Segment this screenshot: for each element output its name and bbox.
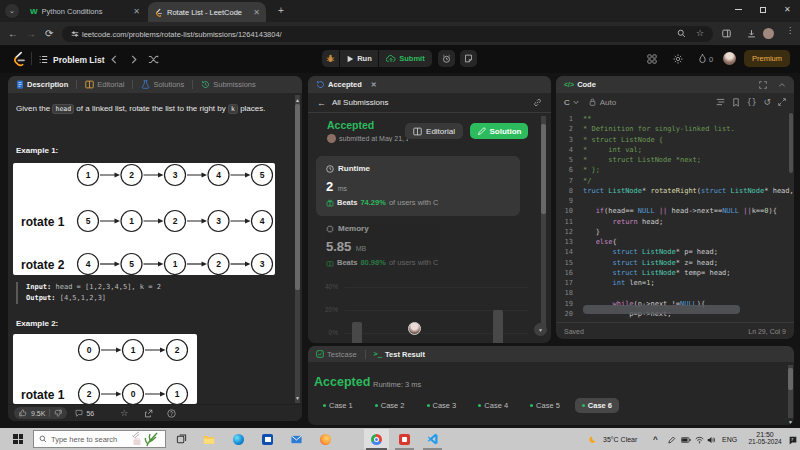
cursor-position[interactable]: Ln 29, Col 9	[748, 328, 786, 335]
favorite-star-icon[interactable]: ☆	[120, 408, 128, 418]
wifi-icon[interactable]	[695, 436, 704, 444]
next-problem-icon[interactable]	[130, 55, 138, 64]
taskbar-search-box[interactable]: Type here to search	[33, 430, 166, 448]
weather-text[interactable]: 35°C Clear	[603, 436, 637, 443]
thumbs-up-icon[interactable]	[19, 409, 27, 417]
code-line[interactable]: 15 struct ListNode* z= head;	[556, 258, 794, 268]
submit-button[interactable]: Submit	[379, 50, 432, 67]
scroll-down-arrow[interactable]: ▼	[295, 395, 300, 401]
browser-tab-inactive[interactable]: W Python Conditions ✕	[24, 0, 146, 22]
store-icon[interactable]	[262, 434, 273, 445]
browser-menu-icon[interactable]: ⋮	[786, 26, 794, 35]
code-line[interactable]: 14 struct ListNode* p= head;	[556, 247, 794, 257]
tab-search-button[interactable]: ⌄	[5, 4, 19, 18]
browser-tab-active[interactable]: Rotate List - LeetCode ✕	[148, 2, 266, 22]
collapse-chevron-icon[interactable]	[778, 81, 786, 89]
window-close-button[interactable]: ✕	[784, 5, 791, 14]
back-arrow-icon[interactable]: ←	[317, 98, 326, 108]
code-line[interactable]: 11 return head;	[556, 217, 794, 227]
debug-button[interactable]	[322, 50, 339, 67]
code-line[interactable]: 3* struct ListNode {	[556, 135, 794, 145]
editorial-button[interactable]: Editorial	[405, 123, 463, 139]
edge-icon[interactable]	[233, 434, 244, 445]
problem-list-label[interactable]: Problem List	[53, 55, 104, 65]
code-line[interactable]: 8truct ListNode* rotateRight(struct List…	[556, 186, 794, 196]
forward-icon[interactable]: →	[26, 28, 36, 39]
middle-scrollbar-thumb[interactable]	[541, 124, 546, 214]
scroll-to-bottom-button[interactable]: ▼	[534, 323, 547, 336]
code-line[interactable]: 5* struct ListNode *next;	[556, 155, 794, 165]
solution-button[interactable]: Solution	[470, 123, 528, 139]
volume-icon[interactable]	[707, 436, 716, 444]
tab-test-result[interactable]: >_ Test Result	[374, 350, 425, 359]
code-line[interactable]: 12 }	[556, 227, 794, 237]
code-line[interactable]: 6* };	[556, 165, 794, 175]
chrome-icon[interactable]	[371, 434, 382, 445]
browser-profile-avatar[interactable]	[763, 28, 774, 39]
notes-button[interactable]	[460, 50, 477, 67]
expand-icon[interactable]	[778, 98, 786, 106]
mail-icon[interactable]	[291, 434, 302, 445]
code-scrollbar-thumb[interactable]	[789, 113, 793, 173]
fullscreen-icon[interactable]	[759, 81, 767, 89]
share-link-icon[interactable]	[533, 98, 542, 107]
code-line[interactable]: 16 struct ListNode* temp= head;	[556, 268, 794, 278]
clock[interactable]: 21:50 21-05-2024	[744, 431, 786, 445]
case-chip[interactable]: Case 2	[368, 398, 412, 413]
site-settings-icon[interactable]	[71, 30, 79, 38]
undo-icon[interactable]: ↺	[763, 97, 771, 107]
case-chip[interactable]: Case 6	[575, 398, 619, 413]
code-editor[interactable]: 1**2* Definition for singly-linked list.…	[556, 114, 794, 319]
code-line[interactable]: 17 int len=1;	[556, 278, 794, 288]
battery-icon[interactable]	[681, 436, 691, 444]
tab-close-icon[interactable]: ✕	[371, 81, 377, 89]
window-minimize-button[interactable]	[735, 9, 742, 10]
tab-code[interactable]: </> Code	[564, 80, 596, 89]
share-icon[interactable]	[144, 409, 153, 418]
tab-accepted[interactable]: Accepted ✕	[316, 80, 377, 89]
test-scroll-down-arrow[interactable]: ▼	[788, 419, 793, 425]
bookmark-icon[interactable]	[732, 98, 740, 107]
language-indicator[interactable]: ENG	[722, 436, 737, 443]
reload-icon[interactable]: ⟳	[45, 28, 53, 39]
case-chip[interactable]: Case 4	[471, 398, 515, 413]
firefox-icon[interactable]	[320, 434, 331, 445]
notification-icon[interactable]: 7	[788, 435, 798, 445]
case-chip[interactable]: Case 5	[523, 398, 567, 413]
address-bar[interactable]: leetcode.com/problems/rotate-list/submis…	[62, 26, 713, 42]
user-avatar[interactable]	[723, 52, 736, 65]
code-line[interactable]: 1**	[556, 114, 794, 124]
horizontal-scrollbar-thumb[interactable]	[583, 305, 740, 314]
recorder-icon[interactable]	[399, 434, 410, 445]
run-button[interactable]: Run	[340, 50, 378, 67]
start-button[interactable]	[13, 434, 23, 444]
timer-button[interactable]	[438, 50, 455, 67]
side-panel-icon[interactable]	[722, 29, 731, 38]
memory-section[interactable]: Memory 5.85 MB Beats 80.98% of users wit…	[316, 224, 520, 267]
tab-submissions[interactable]: Submissions	[201, 80, 256, 89]
test-scrollbar-thumb[interactable]	[788, 368, 793, 390]
code-line[interactable]: 9	[556, 196, 794, 206]
prev-problem-icon[interactable]	[110, 55, 118, 64]
tab-description[interactable]: Description	[16, 80, 68, 89]
bookmark-star-icon[interactable]: ☆	[696, 28, 704, 38]
task-view-icon[interactable]	[176, 434, 187, 445]
tab-testcase[interactable]: Testcase	[316, 350, 357, 359]
streak-flame-icon[interactable]	[698, 53, 707, 64]
all-submissions-label[interactable]: All Submissions	[332, 98, 533, 107]
code-line[interactable]: 10 if(head== NULL || head->next==NULL ||…	[556, 206, 794, 216]
auto-label[interactable]: Auto	[600, 98, 616, 107]
back-icon[interactable]: ←	[8, 28, 18, 39]
file-explorer-icon[interactable]	[203, 434, 215, 445]
braces-icon[interactable]: {}	[747, 98, 757, 107]
code-line[interactable]: 4* int val;	[556, 145, 794, 155]
download-icon[interactable]	[747, 29, 756, 38]
case-chip[interactable]: Case 3	[420, 398, 464, 413]
runtime-card[interactable]: Runtime 2 ms Beats 74.29% of users with …	[316, 156, 520, 216]
search-lens-icon[interactable]	[677, 29, 686, 38]
tray-expand-icon[interactable]: ^	[653, 435, 658, 444]
code-line[interactable]: 13 else{	[556, 237, 794, 247]
thumbs-down-icon[interactable]	[54, 409, 62, 417]
tab-close-icon[interactable]: ✕	[133, 7, 140, 16]
vscode-icon[interactable]	[427, 433, 439, 445]
